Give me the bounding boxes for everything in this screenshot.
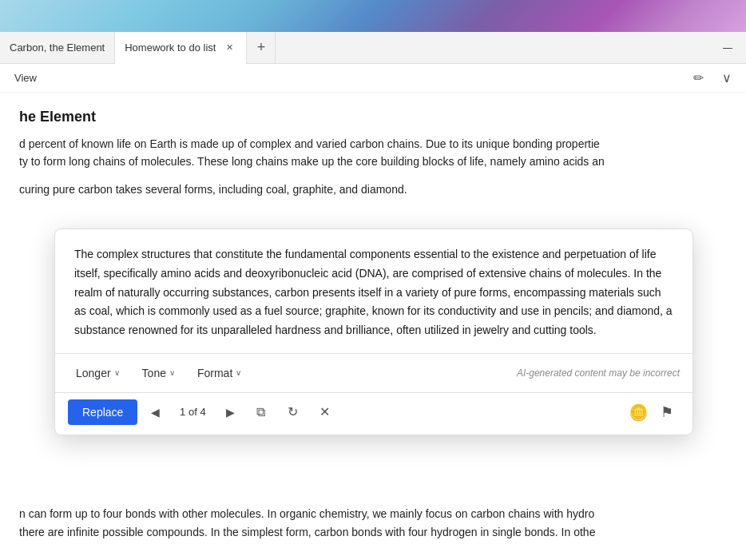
right-actions: 🪙 ⚑ (625, 399, 680, 425)
refresh-icon: ↻ (288, 404, 298, 419)
bottom-paragraph-1: n can form up to four bonds with other m… (19, 505, 746, 522)
coinstack-icon: 🪙 (629, 403, 649, 422)
tab-homework[interactable]: Homework to do list ✕ (115, 32, 247, 64)
ai-rewrite-popup: The complex structures that constitute t… (54, 228, 693, 435)
longer-arrow: ∨ (114, 368, 120, 377)
windows-gradient-bar (0, 0, 746, 32)
menu-view[interactable]: View (6, 69, 45, 87)
flag-icon: ⚑ (661, 403, 673, 421)
bottom-paragraph-2: there are infinite possible compounds. I… (19, 523, 746, 541)
close-icon: ✕ (319, 404, 330, 419)
content-area: he Element d percent of known life on Ea… (0, 93, 746, 560)
popup-content: The complex structures that constitute t… (55, 229, 692, 353)
paragraph-1: d percent of known life on Earth is made… (19, 135, 727, 171)
nav-next-icon: ▶ (226, 406, 235, 419)
tab-homework-close[interactable]: ✕ (222, 41, 236, 55)
highlighted-text-1: These long chains make up the core build… (197, 155, 605, 168)
minimize-button[interactable]: — (709, 32, 746, 64)
tab-homework-label: Homework to do list (125, 42, 216, 54)
highlighted-text-2: curing pure carbon takes several forms, … (19, 183, 407, 196)
tab-carbon-label: Carbon, the Element (10, 42, 105, 54)
coinstack-button[interactable]: 🪙 (625, 399, 651, 425)
longer-label: Longer (76, 367, 111, 379)
tab-carbon[interactable]: Carbon, the Element (0, 32, 115, 64)
nav-counter: 1 of 4 (173, 406, 212, 418)
tone-dropdown[interactable]: Tone ∨ (134, 362, 183, 384)
page-title: he Element (19, 109, 727, 125)
highlighted-text-2-row: curing pure carbon takes several forms, … (19, 181, 727, 198)
menu-bar: View ✏ ∨ (0, 64, 746, 93)
nav-prev-icon: ◀ (151, 406, 160, 419)
refresh-button[interactable]: ↻ (280, 399, 305, 425)
nav-prev-button[interactable]: ◀ (144, 401, 166, 423)
popup-toolbar: Longer ∨ Tone ∨ Format ∨ AI-generated co… (55, 354, 692, 392)
tone-arrow: ∨ (169, 368, 175, 377)
close-popup-button[interactable]: ✕ (311, 399, 337, 425)
window-controls: — (709, 32, 746, 64)
tab-add-button[interactable]: + (247, 32, 276, 64)
format-arrow: ∨ (236, 368, 241, 377)
copy-button[interactable]: ⧉ (248, 399, 273, 425)
tone-label: Tone (142, 367, 166, 379)
title-bar: Carbon, the Element Homework to do list … (0, 32, 746, 64)
toolbar-edit-icon[interactable]: ✏ (685, 67, 711, 89)
bottom-text: n can form up to four bonds with other m… (19, 505, 746, 541)
copy-icon: ⧉ (256, 405, 265, 419)
ai-status-text: AI-generated content may be incorrect (517, 367, 680, 379)
flag-button[interactable]: ⚑ (654, 399, 680, 425)
replace-button[interactable]: Replace (68, 399, 137, 425)
longer-dropdown[interactable]: Longer ∨ (68, 362, 128, 384)
format-dropdown[interactable]: Format ∨ (189, 362, 249, 384)
nav-next-button[interactable]: ▶ (219, 401, 241, 423)
popup-text: The complex structures that constitute t… (74, 245, 673, 340)
toolbar-right: ✏ ∨ (685, 67, 740, 89)
format-label: Format (197, 367, 232, 379)
popup-actions: Replace ◀ 1 of 4 ▶ ⧉ ↻ ✕ 🪙 (55, 393, 692, 435)
toolbar-chevron-icon[interactable]: ∨ (714, 67, 740, 89)
